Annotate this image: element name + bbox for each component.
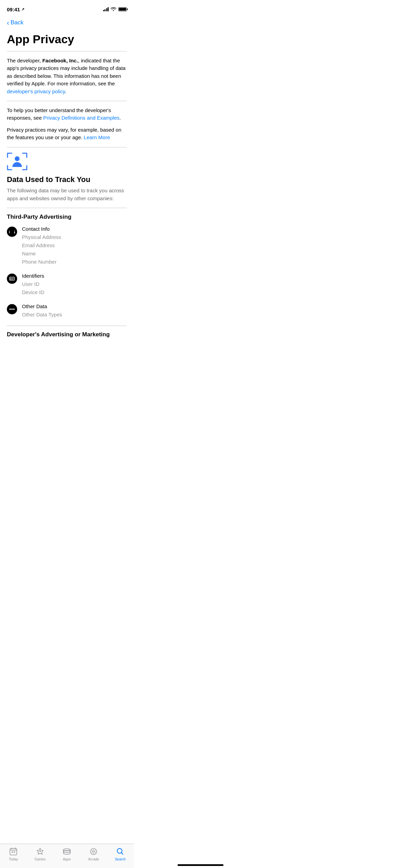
svg-rect-7 <box>12 278 14 278</box>
intro-text-pre: The developer, <box>7 58 42 63</box>
dots-icon <box>9 306 15 312</box>
identifiers-title: Identifiers <box>22 273 127 279</box>
track-title: Data Used to Track You <box>7 175 127 184</box>
track-icon-container <box>7 153 127 172</box>
sub-item-physical-address: Physical Address <box>22 233 127 241</box>
category-title-1: Third-Party Advertising <box>7 214 127 220</box>
privacy-policy-link[interactable]: developer's privacy policy <box>7 88 65 94</box>
learn-more-link[interactable]: Learn More <box>84 134 110 140</box>
battery-icon <box>118 7 127 11</box>
sub-item-name: Name <box>22 250 127 258</box>
back-label: Back <box>11 19 24 26</box>
third-party-advertising-section: Third-Party Advertising i Contact Info P… <box>7 214 127 319</box>
status-icons <box>103 7 127 12</box>
nav-bar: ‹ Back <box>0 16 134 27</box>
status-bar: 09:41 ↗ <box>0 0 134 16</box>
page-title: App Privacy <box>7 33 127 46</box>
svg-point-6 <box>10 278 12 279</box>
data-item-contact-info: i Contact Info Physical Address Email Ad… <box>7 226 127 266</box>
identifiers-content: Identifiers User ID Device ID <box>22 273 127 297</box>
developer-name: Facebook, Inc. <box>42 58 78 63</box>
svg-point-10 <box>11 309 13 310</box>
svg-point-0 <box>15 156 20 161</box>
sub-item-phone-number: Phone Number <box>22 258 127 266</box>
track-description: The following data may be used to track … <box>7 187 127 202</box>
svg-rect-4 <box>14 232 15 233</box>
track-you-icon <box>7 153 27 170</box>
contact-info-title: Contact Info <box>22 226 127 232</box>
identifiers-sub-items: User ID Device ID <box>22 280 127 297</box>
id-card-icon <box>9 276 15 281</box>
sub-item-device-id: Device ID <box>22 288 127 297</box>
intro-paragraph-3: Privacy practices may vary, for example,… <box>7 126 127 142</box>
other-data-icon <box>7 304 17 314</box>
status-time: 09:41 ↗ <box>7 7 24 12</box>
contact-info-content: Contact Info Physical Address Email Addr… <box>22 226 127 266</box>
signal-bar-3 <box>106 8 107 11</box>
intro-paragraph-1: The developer, Facebook, Inc., indicated… <box>7 57 127 96</box>
data-item-identifiers: Identifiers User ID Device ID <box>7 273 127 297</box>
section-divider-1 <box>7 101 127 101</box>
partial-section-title: Developer's Advertising or Marketing <box>7 331 127 341</box>
main-content: App Privacy The developer, Facebook, Inc… <box>0 27 134 382</box>
other-data-sub-items: Other Data Types <box>22 311 127 319</box>
sub-item-email-address: Email Address <box>22 241 127 250</box>
time-display: 09:41 <box>7 7 20 12</box>
info-icon <box>12 229 17 234</box>
svg-text:i: i <box>9 230 10 234</box>
signal-bar-1 <box>103 10 104 11</box>
sub-item-user-id: User ID <box>22 280 127 288</box>
sub-item-other-data-types: Other Data Types <box>22 311 127 319</box>
location-icon: ↗ <box>21 7 24 12</box>
battery-fill <box>119 8 126 11</box>
wifi-icon <box>111 7 116 12</box>
partial-section: Developer's Advertising or Marketing <box>7 331 127 341</box>
other-data-content: Other Data Other Data Types <box>22 303 127 319</box>
svg-point-3 <box>14 231 15 231</box>
section-divider-2 <box>7 147 127 147</box>
contact-info-sub-items: Physical Address Email Address Name Phon… <box>22 233 127 266</box>
back-button[interactable]: ‹ Back <box>7 19 23 26</box>
svg-rect-8 <box>12 279 13 279</box>
signal-bar-4 <box>108 7 109 11</box>
identifiers-icon <box>7 274 17 284</box>
section-divider-3 <box>7 208 127 208</box>
contact-info-icon: i <box>7 227 17 237</box>
title-divider <box>7 51 127 51</box>
svg-point-11 <box>13 309 15 310</box>
other-data-title: Other Data <box>22 303 127 309</box>
intro-paragraph-2: To help you better understand the develo… <box>7 107 127 122</box>
svg-point-9 <box>10 309 11 310</box>
back-chevron-icon: ‹ <box>7 19 9 26</box>
track-you-section: Data Used to Track You The following dat… <box>7 153 127 202</box>
data-item-other-data: Other Data Other Data Types <box>7 303 127 319</box>
signal-bar-2 <box>105 9 106 11</box>
signal-bars <box>103 7 109 11</box>
section-divider-4 <box>7 326 127 326</box>
privacy-definitions-link[interactable]: Privacy Definitions and Examples <box>43 115 120 121</box>
